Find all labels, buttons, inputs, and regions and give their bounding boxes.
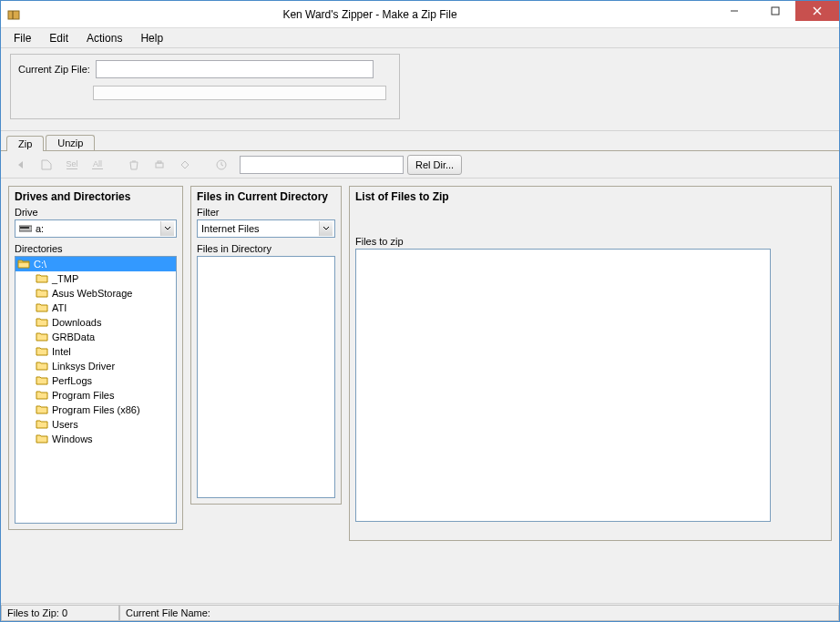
tree-root-label: C:\ <box>34 259 46 270</box>
menu-help[interactable]: Help <box>131 29 172 47</box>
folder-icon <box>36 287 48 300</box>
menu-bar: File Edit Actions Help <box>1 28 839 48</box>
current-zip-label: Current Zip File: <box>18 64 90 75</box>
folder-icon <box>36 301 48 314</box>
zip-listbox[interactable] <box>355 249 771 522</box>
drive-value: a: <box>36 223 44 234</box>
back-icon[interactable] <box>10 154 32 176</box>
tree-item[interactable]: Downloads <box>15 315 176 330</box>
tree-item[interactable]: Program Files <box>15 388 176 403</box>
tree-item-label: Program Files <box>52 390 114 401</box>
trash-icon[interactable] <box>123 154 145 176</box>
tree-item-label: Windows <box>52 433 93 444</box>
title-bar: Ken Ward's Zipper - Make a Zip File <box>1 1 839 28</box>
status-bar: Files to Zip: 0 Current File Name: <box>1 603 839 621</box>
app-icon <box>6 7 21 22</box>
floppy-icon <box>19 224 32 233</box>
files-in-dir-label: Files in Directory <box>197 243 335 254</box>
tree-item[interactable]: Windows <box>15 432 176 446</box>
tree-item-label: Downloads <box>52 317 101 328</box>
filter-dropdown[interactable]: Internet Files <box>197 219 335 238</box>
folder-icon <box>36 331 48 343</box>
chevron-down-icon <box>319 221 333 236</box>
filter-label: Filter <box>197 207 335 218</box>
tree-item[interactable]: GRBData <box>15 330 176 344</box>
tree-item[interactable]: Asus WebStorage <box>15 286 176 301</box>
maximize-button[interactable] <box>754 1 795 21</box>
select-button[interactable]: Sel <box>61 154 83 176</box>
diamond-icon[interactable] <box>174 154 196 176</box>
svg-rect-9 <box>20 227 29 229</box>
tag-icon[interactable] <box>36 154 57 176</box>
folder-icon <box>36 389 48 402</box>
status-files-to-zip: Files to Zip: 0 <box>1 605 119 621</box>
all-button[interactable]: All <box>87 154 108 176</box>
tree-item-label: ATI <box>52 302 67 313</box>
folder-icon <box>36 374 48 387</box>
zip-list-panel: List of Files to Zip Files to zip <box>349 186 832 541</box>
tree-item-label: _TMP <box>52 273 78 284</box>
current-zip-input[interactable] <box>96 60 374 78</box>
reldir-button[interactable]: Rel Dir... <box>407 155 462 175</box>
drives-panel: Drives and Directories Drive a: Director… <box>8 186 183 530</box>
folder-icon <box>36 316 48 329</box>
tree-root[interactable]: C:\ <box>15 257 176 271</box>
menu-edit[interactable]: Edit <box>40 29 77 47</box>
tab-unzip[interactable]: Unzip <box>46 135 95 150</box>
menu-file[interactable]: File <box>5 29 40 47</box>
minimize-button[interactable] <box>713 1 754 21</box>
header-area: Current Zip File: <box>1 48 839 131</box>
files-panel-title: Files in Current Directory <box>197 190 335 203</box>
svg-rect-6 <box>158 161 161 163</box>
close-button[interactable] <box>795 1 839 21</box>
drive-dropdown[interactable]: a: <box>15 219 177 238</box>
drive-label: Drive <box>15 207 177 218</box>
folder-icon <box>36 403 48 416</box>
status-current-file: Current File Name: <box>119 605 839 621</box>
tree-item[interactable]: PerfLogs <box>15 373 176 388</box>
files-listbox[interactable] <box>197 256 335 498</box>
tree-item[interactable]: _TMP <box>15 271 176 286</box>
tree-item[interactable]: ATI <box>15 301 176 315</box>
svg-rect-2 <box>772 7 779 15</box>
tab-zip[interactable]: Zip <box>6 136 44 151</box>
folder-icon <box>36 433 48 445</box>
folder-icon <box>36 272 48 285</box>
tree-item[interactable]: Intel <box>15 344 176 359</box>
files-to-zip-label: Files to zip <box>355 236 825 247</box>
folder-icon <box>36 418 48 431</box>
clock-icon[interactable] <box>210 154 232 176</box>
tree-item[interactable]: Linksys Driver <box>15 359 176 373</box>
menu-actions[interactable]: Actions <box>77 29 131 47</box>
tree-item-label: Users <box>52 419 78 430</box>
folder-icon <box>36 345 48 358</box>
tree-item-label: Program Files (x86) <box>52 404 140 415</box>
chevron-down-icon <box>160 221 174 236</box>
toolbar: Sel All Rel Dir... <box>1 151 839 178</box>
folder-open-icon <box>17 258 30 270</box>
path-input[interactable] <box>240 156 404 174</box>
tab-bar: Zip Unzip <box>1 131 839 151</box>
tree-item-label: Linksys Driver <box>52 361 115 372</box>
tree-item[interactable]: Program Files (x86) <box>15 403 176 417</box>
folder-icon <box>36 360 48 372</box>
progress-bar <box>93 86 386 100</box>
tree-item-label: PerfLogs <box>52 375 92 386</box>
tree-item-label: Intel <box>52 346 71 357</box>
directories-label: Directories <box>15 243 177 254</box>
main-content: Drives and Directories Drive a: Director… <box>1 178 839 603</box>
directories-tree[interactable]: C:\ _TMPAsus WebStorageATIDownloadsGRBDa… <box>15 256 177 524</box>
drives-panel-title: Drives and Directories <box>15 190 177 203</box>
print-icon[interactable] <box>149 154 170 176</box>
files-panel: Files in Current Directory Filter Intern… <box>190 186 342 505</box>
svg-rect-5 <box>156 163 163 168</box>
tree-item-label: Asus WebStorage <box>52 288 132 299</box>
window-title: Ken Ward's Zipper - Make a Zip File <box>26 8 713 21</box>
window-controls <box>713 1 839 27</box>
tree-item[interactable]: Users <box>15 417 176 432</box>
zip-list-title: List of Files to Zip <box>355 190 825 203</box>
svg-rect-0 <box>8 11 19 19</box>
filter-value: Internet Files <box>201 223 260 234</box>
tree-item-label: GRBData <box>52 331 95 342</box>
